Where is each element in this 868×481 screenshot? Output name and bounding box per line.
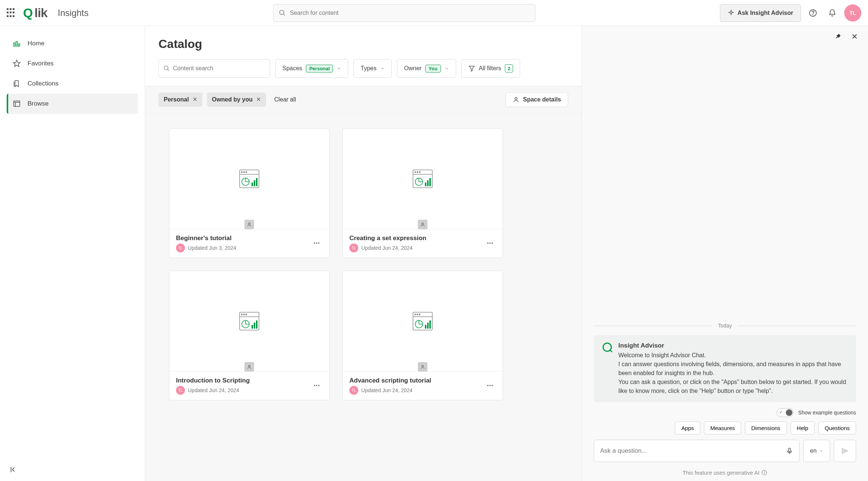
card-thumb	[169, 129, 329, 229]
cards-scroll[interactable]: Beginner's tutorial TL Updated Jun 3, 20…	[145, 113, 582, 481]
svg-point-56	[314, 385, 315, 386]
svg-point-31	[316, 242, 317, 243]
topbar: Qlik Insights Ask Insight Advisor TL	[0, 0, 868, 26]
owner-badge	[418, 362, 427, 372]
filter-spaces[interactable]: Spaces Personal	[275, 59, 348, 78]
panel-header	[582, 26, 868, 47]
space-details-button[interactable]: Space details	[506, 92, 568, 107]
sidebar-item-home[interactable]: Home	[7, 33, 138, 54]
ask-insight-advisor-button[interactable]: Ask Insight Advisor	[720, 4, 801, 22]
content-search-input[interactable]	[173, 65, 265, 72]
ask-input-box[interactable]	[594, 440, 800, 462]
global-search-input[interactable]	[290, 10, 530, 16]
svg-rect-76	[789, 448, 791, 452]
card-thumb	[169, 271, 329, 371]
mini-avatar: TL	[176, 243, 185, 252]
send-button[interactable]	[834, 440, 856, 462]
app-thumb-icon	[411, 168, 434, 189]
app-card[interactable]: Advanced scripting tutorial TL Updated J…	[342, 271, 503, 400]
svg-point-3	[813, 14, 813, 15]
card-more-button[interactable]	[311, 380, 323, 393]
sidebar-item-label: Collections	[28, 80, 58, 87]
sidebar-item-browse[interactable]: Browse	[7, 94, 138, 114]
svg-point-47	[241, 314, 243, 315]
svg-rect-28	[256, 178, 257, 186]
svg-point-44	[489, 242, 490, 243]
app-launcher-icon[interactable]	[7, 8, 16, 18]
ask-input[interactable]	[600, 447, 786, 455]
chevron-down-icon	[380, 66, 385, 71]
notifications-button[interactable]	[825, 6, 840, 20]
info-icon[interactable]	[762, 470, 767, 475]
svg-point-34	[415, 172, 416, 173]
quick-btn-dimensions[interactable]: Dimensions	[745, 422, 787, 435]
card-more-button[interactable]	[484, 380, 496, 393]
svg-line-1	[284, 14, 285, 15]
global-search[interactable]	[273, 4, 535, 22]
sidebar-item-collections[interactable]: Collections	[7, 74, 138, 94]
svg-marker-14	[469, 66, 474, 71]
chat-day-label: Today	[718, 323, 732, 329]
quick-btn-help[interactable]: Help	[791, 422, 815, 435]
filter-badge: You	[425, 65, 441, 72]
filter-chip-owned[interactable]: Owned by you	[207, 93, 266, 107]
close-icon	[256, 97, 261, 101]
mini-avatar: TL	[349, 243, 358, 252]
mic-icon[interactable]	[786, 447, 793, 455]
quick-btn-apps[interactable]: Apps	[675, 422, 700, 435]
user-avatar[interactable]: TL	[844, 4, 861, 22]
close-panel-button[interactable]	[849, 30, 861, 42]
card-footer: Beginner's tutorial TL Updated Jun 3, 20…	[169, 229, 329, 258]
language-select[interactable]: en	[803, 440, 830, 462]
person-icon	[513, 96, 519, 103]
collapse-icon	[10, 465, 18, 474]
filter-chip-personal[interactable]: Personal	[158, 93, 202, 107]
space-details-label: Space details	[523, 96, 561, 103]
chip-label: Personal	[164, 96, 189, 103]
card-thumb	[343, 271, 503, 371]
ask-row: en	[582, 440, 868, 467]
pin-button[interactable]	[832, 30, 844, 42]
help-icon	[809, 9, 817, 17]
content-search[interactable]	[158, 59, 270, 78]
chat-scroll[interactable]: Today Insight Advisor Welcome to Insight…	[582, 47, 868, 402]
owner-badge	[418, 220, 427, 229]
main-header: Catalog Spaces Personal Types Owner	[145, 26, 582, 86]
sidebar-collapse-button[interactable]	[7, 463, 20, 476]
svg-point-12	[164, 66, 168, 70]
quick-btn-questions[interactable]: Questions	[818, 422, 856, 435]
person-icon	[247, 222, 252, 227]
chip-remove[interactable]	[193, 96, 197, 103]
svg-rect-26	[252, 183, 253, 186]
card-more-button[interactable]	[484, 237, 496, 250]
quick-btn-measures[interactable]: Measures	[704, 422, 741, 435]
chat-message-line: Welcome to Insight Advisor Chat.	[618, 351, 848, 360]
svg-point-29	[249, 223, 250, 225]
chip-remove[interactable]	[256, 96, 261, 103]
person-icon	[247, 364, 252, 369]
more-icon	[313, 382, 320, 389]
app-card[interactable]: Introduction to Scripting TL Updated Jun…	[169, 271, 330, 400]
card-more-button[interactable]	[311, 237, 323, 250]
filter-owner[interactable]: Owner You	[397, 59, 456, 78]
svg-rect-40	[427, 180, 429, 186]
filter-all[interactable]: All filters 2	[461, 59, 520, 78]
card-title: Introduction to Scripting	[176, 377, 311, 384]
clear-all-button[interactable]: Clear all	[274, 96, 296, 103]
svg-point-19	[515, 97, 517, 100]
qlik-logo[interactable]: Qlik	[23, 6, 47, 20]
svg-point-68	[422, 365, 424, 367]
svg-point-21	[241, 172, 243, 173]
show-examples-toggle[interactable]: ✓	[776, 408, 794, 417]
svg-point-55	[249, 365, 250, 367]
app-card[interactable]: Creating a set expression TL Updated Jun…	[342, 128, 503, 258]
sidebar-item-favorites[interactable]: Favorites	[7, 54, 138, 74]
app-card[interactable]: Beginner's tutorial TL Updated Jun 3, 20…	[169, 128, 330, 258]
mini-avatar: TL	[349, 386, 358, 395]
person-icon	[420, 364, 425, 369]
card-meta: TL Updated Jun 24, 2024	[176, 386, 311, 395]
filter-types[interactable]: Types	[353, 59, 392, 78]
bookmark-icon	[13, 80, 21, 88]
pin-icon	[835, 33, 842, 40]
help-button[interactable]	[805, 6, 820, 20]
